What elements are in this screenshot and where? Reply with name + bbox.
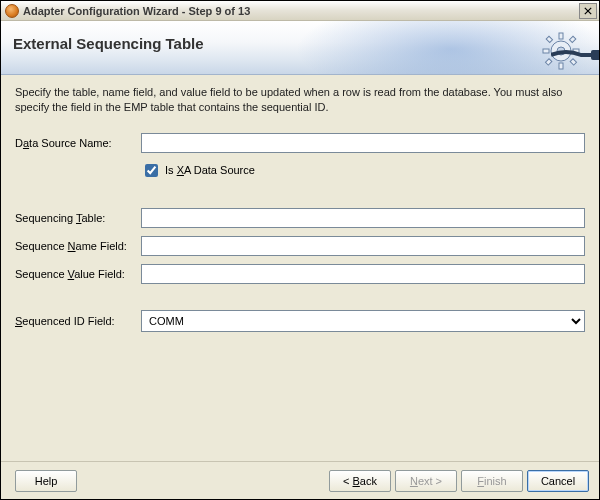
label-sequence-value-field: Sequence Value Field: — [15, 268, 141, 280]
svg-rect-3 — [559, 63, 563, 69]
svg-rect-10 — [591, 50, 600, 60]
label-is-xa: Is XA Data Source — [165, 164, 255, 176]
label-data-source-name: Data Source Name: — [15, 137, 141, 149]
label-sequence-name-field: Sequence Name Field: — [15, 240, 141, 252]
sequenced-id-field-select[interactable]: COMM — [141, 310, 585, 332]
label-sequencing-table: Sequencing Table: — [15, 212, 141, 224]
page-heading: External Sequencing Table — [13, 35, 599, 52]
sequence-value-field-input[interactable] — [141, 264, 585, 284]
row-data-source-name: Data Source Name: — [15, 133, 585, 153]
wizard-banner: External Sequencing Table — [1, 21, 599, 75]
close-button[interactable] — [579, 3, 597, 19]
instructions-text: Specify the table, name field, and value… — [15, 85, 585, 115]
cancel-button[interactable]: Cancel — [527, 470, 589, 492]
close-icon — [584, 7, 592, 15]
sequencing-table-input[interactable] — [141, 208, 585, 228]
svg-rect-6 — [546, 36, 552, 42]
row-sequenced-id-field: Sequenced ID Field: COMM — [15, 310, 585, 332]
svg-rect-4 — [543, 49, 549, 53]
svg-rect-8 — [569, 36, 575, 42]
svg-rect-2 — [559, 33, 563, 39]
back-button[interactable]: < Back — [329, 470, 391, 492]
row-sequence-name-field: Sequence Name Field: — [15, 236, 585, 256]
title-bar: Adapter Configuration Wizard - Step 9 of… — [1, 1, 599, 21]
wizard-footer: Help < Back Next > Finish Cancel — [1, 461, 599, 499]
cable-icon — [551, 47, 600, 63]
next-button[interactable]: Next > — [395, 470, 457, 492]
window-title: Adapter Configuration Wizard - Step 9 of… — [23, 5, 579, 17]
finish-button[interactable]: Finish — [461, 470, 523, 492]
app-icon — [5, 4, 19, 18]
sequence-name-field-input[interactable] — [141, 236, 585, 256]
row-is-xa: Is XA Data Source — [141, 161, 585, 180]
data-source-name-input[interactable] — [141, 133, 585, 153]
help-button[interactable]: Help — [15, 470, 77, 492]
row-sequencing-table: Sequencing Table: — [15, 208, 585, 228]
wizard-content: Specify the table, name field, and value… — [1, 75, 599, 461]
is-xa-checkbox[interactable] — [145, 164, 158, 177]
row-sequence-value-field: Sequence Value Field: — [15, 264, 585, 284]
label-sequenced-id-field: Sequenced ID Field: — [15, 315, 141, 327]
